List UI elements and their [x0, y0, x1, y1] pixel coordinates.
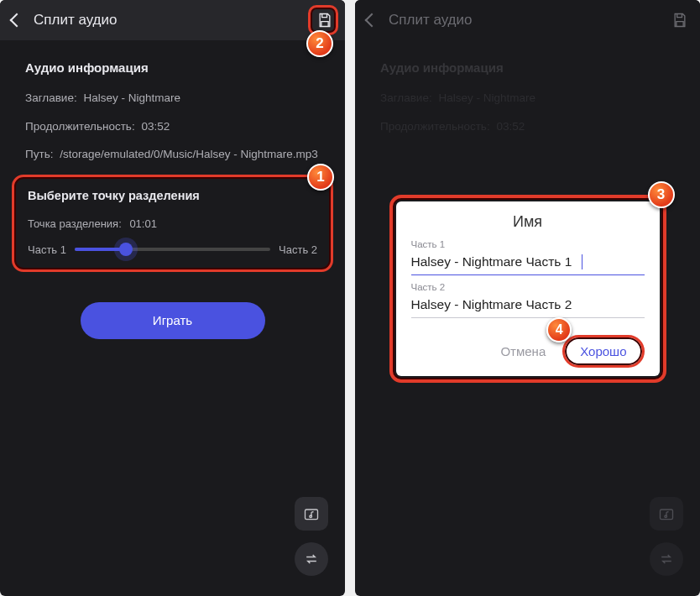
svg-point-3 [665, 515, 667, 518]
text-cursor [582, 254, 583, 269]
play-button[interactable]: Играть [81, 302, 265, 339]
info-duration: Продолжительность: 03:52 [25, 118, 320, 135]
svg-point-1 [310, 515, 312, 518]
info-path: Путь: /storage/emulated/0/Music/Halsey -… [25, 146, 320, 163]
annotation-ring-ok: 4 Хорошо [562, 335, 644, 368]
titlebar: Сплит аудио [355, 0, 700, 40]
annotation-ring-splitbox: 1 Выберите точку разделения Точка раздел… [12, 175, 333, 272]
annotation-badge-1: 1 [307, 164, 334, 191]
slider-thumb[interactable] [119, 243, 133, 256]
info-title: Заглавие: Halsey - Nightmare [380, 90, 675, 107]
part1-label: Часть 1 [28, 243, 66, 256]
dialog-wrap: 3 Имя Часть 1 Часть 2 Отмена 4 Хорошо [389, 195, 666, 383]
annotation-ring-dialog: Имя Часть 1 Часть 2 Отмена 4 Хорошо [389, 195, 666, 383]
ok-button[interactable]: Хорошо [568, 339, 638, 363]
split-slider[interactable] [75, 248, 270, 251]
cancel-button[interactable]: Отмена [492, 337, 554, 365]
info-heading: Аудио информация [25, 60, 320, 75]
music-folder-icon[interactable] [295, 497, 328, 531]
part2-input[interactable] [411, 292, 645, 318]
content: Аудио информация Заглавие: Halsey - Nigh… [0, 40, 345, 348]
back-icon[interactable] [365, 13, 379, 28]
dialog-title: Имя [411, 213, 645, 231]
dialog-actions: Отмена 4 Хорошо [411, 335, 645, 368]
back-icon[interactable] [10, 13, 24, 28]
split-point: Точка разделения: 01:01 [28, 217, 317, 230]
slider-row: Часть 1 Часть 2 [28, 243, 317, 256]
music-folder-icon[interactable] [650, 497, 683, 531]
swap-icon[interactable] [650, 542, 683, 576]
info-heading: Аудио информация [380, 60, 675, 75]
annotation-badge-3: 3 [648, 181, 675, 208]
content: Аудио информация Заглавие: Halsey - Nigh… [355, 40, 700, 154]
annotation-badge-4: 4 [546, 317, 572, 342]
split-heading: Выберите точку разделения [28, 189, 317, 202]
phone-right: Сплит аудио Аудио информация Заглавие: H… [355, 0, 700, 596]
save-icon[interactable] [671, 12, 688, 29]
screen-title: Сплит аудио [34, 12, 117, 29]
part1-field-label: Часть 1 [411, 239, 645, 249]
info-duration: Продолжительность: 03:52 [380, 118, 675, 135]
fab-column [295, 497, 328, 576]
part2-label: Часть 2 [279, 243, 317, 256]
part1-input[interactable] [411, 249, 645, 275]
annotation-badge-2: 2 [306, 30, 333, 57]
phone-left: Сплит аудио 2 Аудио информация Заглавие:… [0, 0, 345, 596]
part2-field-label: Часть 2 [411, 282, 645, 292]
info-title: Заглавие: Halsey - Nightmare [25, 90, 320, 107]
titlebar: Сплит аудио [0, 0, 345, 40]
screen-title: Сплит аудио [389, 12, 472, 29]
fab-column [650, 497, 683, 576]
name-dialog: Имя Часть 1 Часть 2 Отмена 4 Хорошо [396, 201, 660, 376]
swap-icon[interactable] [295, 542, 328, 576]
